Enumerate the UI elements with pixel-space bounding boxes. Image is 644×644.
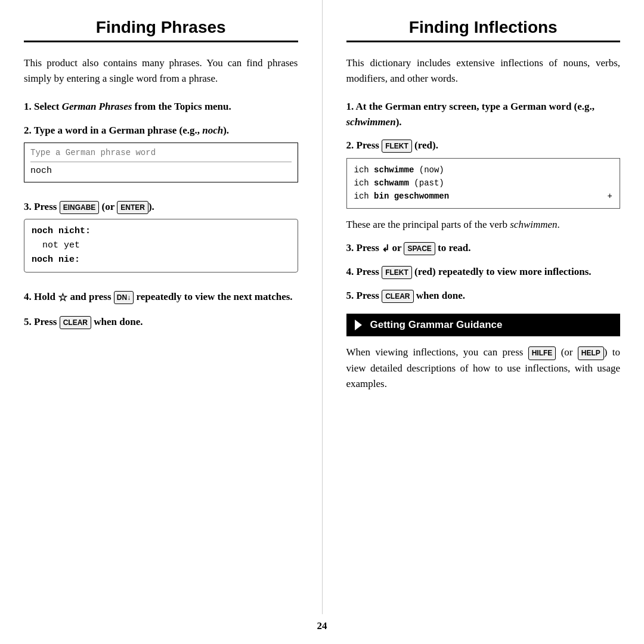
step1-phrase: German Phrases: [62, 101, 132, 112]
grammar-body: When viewing inflections, you can press …: [346, 345, 621, 392]
bin-geschwommen: bin geschwommen: [374, 191, 449, 201]
grammar-title: Getting Grammar Guidance: [370, 319, 503, 331]
right-title-divider: [346, 41, 621, 42]
left-title-divider: [24, 41, 298, 42]
inflect-result-box: ich schwimme (now) ich schwamm (past) ic…: [346, 158, 621, 209]
grammar-guidance-box: Getting Grammar Guidance: [346, 314, 621, 336]
left-intro: This product also contains many phrases.…: [24, 55, 298, 86]
inflect-line-2: ich schwamm (past): [354, 177, 613, 190]
phrase-input-box: Type a German phrase word noch: [24, 143, 298, 182]
right-column: Finding Inflections This dictionary incl…: [323, 0, 645, 614]
right-step-2: 2. Press FLEKT (red). ich schwimme (now)…: [346, 138, 621, 232]
right-step-5: 5. Press CLEAR when done.: [346, 288, 621, 304]
phrase-result-box: noch nicht: not yet noch nie:: [24, 219, 298, 273]
right-step-1: 1. At the German entry screen, type a Ge…: [346, 99, 621, 129]
result-line-2: not yet: [32, 239, 290, 253]
left-step-1: 1. Select German Phrases from the Topics…: [24, 99, 298, 114]
result-line-3: noch nie:: [32, 253, 290, 267]
inflect-line-3: ich bin geschwommen +: [354, 190, 613, 203]
result-bold-1: noch nicht:: [32, 226, 91, 236]
result-line-1: noch nicht:: [32, 224, 290, 239]
schwimme: schwimme: [374, 165, 414, 175]
left-column: Finding Phrases This product also contai…: [0, 0, 323, 614]
right-step-4: 4. Press FLEKT (red) repeatedly to view …: [346, 264, 621, 280]
left-step-4: 4. Hold ☆ and press DN↓ repeatedly to vi…: [24, 289, 298, 306]
right-step2-label: 2. Press FLEKT (red).: [346, 140, 438, 151]
page-number: 24: [317, 620, 327, 631]
eingabe-key: EINGABE: [60, 201, 100, 214]
hilfe-key: HILFE: [528, 346, 556, 360]
right-intro: This dictionary includes extensive infle…: [346, 55, 621, 86]
right-step4-label: 4. Press FLEKT (red) repeatedly to view …: [346, 266, 592, 277]
flekt-key-1: FLEKT: [382, 140, 412, 153]
step5-label: 5. Press CLEAR when done.: [24, 316, 143, 327]
right-title: Finding Inflections: [346, 18, 621, 37]
left-steps: 1. Select German Phrases from the Topics…: [24, 99, 298, 329]
left-step-2: 2. Type a word in a German phrase (e.g.,…: [24, 123, 298, 191]
clear-key-right: CLEAR: [382, 290, 413, 303]
left-step-3: 3. Press EINGABE (or ENTER). noch nicht:…: [24, 199, 298, 281]
schwamm: schwamm: [374, 178, 409, 188]
schwimmen-example: schwimmen: [346, 116, 396, 128]
step2-example: noch: [202, 125, 223, 136]
step1-label: 1. Select German Phrases from the Topics…: [24, 101, 231, 112]
inflect-line-1: ich schwimme (now): [354, 163, 613, 177]
page-footer: 24: [0, 614, 644, 644]
inflect-note: These are the principal parts of the ver…: [346, 217, 621, 233]
left-step-5: 5. Press CLEAR when done.: [24, 314, 298, 330]
right-step5-label: 5. Press CLEAR when done.: [346, 290, 465, 301]
arrow-right-icon: [355, 320, 362, 330]
clear-key-left: CLEAR: [60, 316, 91, 329]
schwimmen-note: schwimmen: [510, 219, 557, 230]
star-icon: ☆: [58, 292, 67, 304]
help-key: HELP: [578, 346, 604, 360]
step3-label: 3. Press EINGABE (or ENTER).: [24, 201, 154, 212]
result-bold-3: noch nie:: [32, 255, 80, 265]
dn-key: DN↓: [114, 291, 134, 304]
right-step1-label: 1. At the German entry screen, type a Ge…: [346, 101, 595, 128]
plus-icon: +: [608, 190, 612, 203]
enter-key: ENTER: [117, 201, 148, 214]
step2-label: 2. Type a word in a German phrase (e.g.,…: [24, 125, 229, 136]
return-arrow-icon: ↲: [382, 242, 389, 256]
input-placeholder: Type a German phrase word: [30, 147, 292, 162]
space-key: SPACE: [404, 242, 435, 255]
step4-label: 4. Hold ☆ and press DN↓ repeatedly to vi…: [24, 291, 293, 302]
input-value: noch: [30, 165, 292, 178]
right-steps: 1. At the German entry screen, type a Ge…: [346, 99, 621, 303]
left-title: Finding Phrases: [24, 18, 298, 37]
flekt-key-2: FLEKT: [382, 266, 412, 279]
right-step-3: 3. Press ↲ or SPACE to read.: [346, 240, 621, 256]
right-step3-label: 3. Press ↲ or SPACE to read.: [346, 242, 471, 253]
